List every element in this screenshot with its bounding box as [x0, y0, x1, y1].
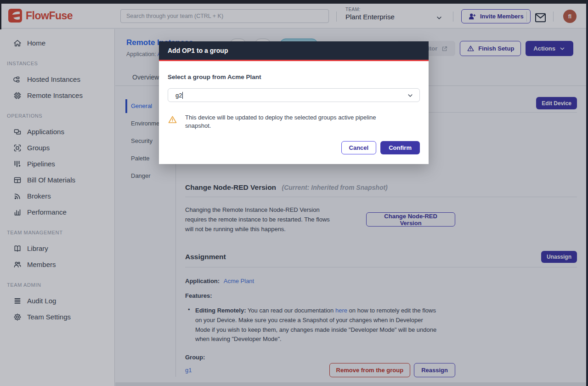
group-select[interactable]: g2: [168, 88, 420, 102]
cancel-button[interactable]: Cancel: [341, 141, 377, 154]
dialog-title: Add OP1 to a group: [168, 47, 228, 54]
group-select-value: g2: [175, 92, 182, 99]
dialog-header: Add OP1 to a group: [159, 41, 429, 61]
dialog-warning-text: This device will be updated to deploy th…: [185, 114, 401, 130]
warning-triangle-icon: [168, 115, 177, 125]
chevron-down-icon[interactable]: [407, 92, 413, 99]
add-to-group-dialog: Add OP1 to a group Select a group from A…: [159, 41, 429, 164]
dialog-warning: This device will be updated to deploy th…: [168, 114, 420, 130]
dialog-prompt: Select a group from Acme Plant: [168, 74, 420, 80]
confirm-button[interactable]: Confirm: [380, 141, 420, 154]
dialog-body: Select a group from Acme Plant g2 This d…: [159, 61, 429, 164]
dialog-buttons: Cancel Confirm: [168, 141, 420, 154]
app-window: FlowFuse TEAM: Plant Enterprise Invite M…: [0, 0, 588, 386]
text-cursor: [182, 92, 183, 99]
